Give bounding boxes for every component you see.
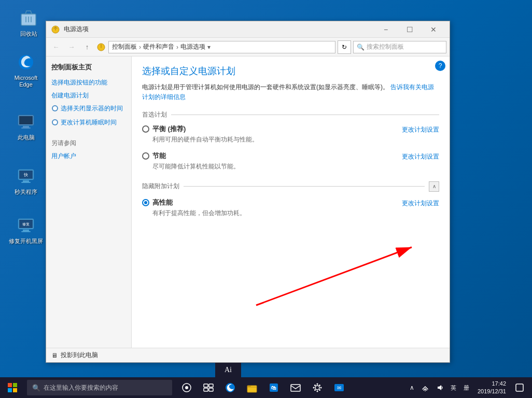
- plan-desc-balanced: 利用可用的硬件自动平衡功耗与性能。: [152, 135, 397, 144]
- svg-rect-3: [23, 126, 29, 127]
- svg-rect-2: [19, 116, 33, 124]
- plan-item-powersave: 节能 尽可能降低计算机性能以节能。 更改计划设置: [142, 151, 439, 171]
- plan-radio-row-highperf: 高性能: [142, 198, 397, 207]
- window-title: 电源选项: [64, 25, 374, 34]
- plan-item-highperf: 高性能 有利于提高性能，但会增加功耗。 更改计划设置: [142, 198, 439, 218]
- taskbar-clock[interactable]: 17:42 2019/12/31: [473, 377, 510, 398]
- program-label: 秒关程序: [15, 189, 37, 195]
- plan-name-powersave: 节能: [152, 151, 166, 161]
- content-title: 选择或自定义电源计划: [142, 65, 439, 77]
- taskbar-app-edge[interactable]: [220, 377, 241, 398]
- status-bar-text: 投影到此电脑: [61, 351, 98, 360]
- sidebar-see-also: 另请参阅 用户帐户: [51, 139, 126, 161]
- taskbar-apps: 🛍: [174, 377, 352, 398]
- taskbar-app-mail2[interactable]: ✉: [329, 377, 349, 398]
- hidden-plans-section: 隐藏附加计划 ∧ 高性能 有利于提高性能，但会增加功耗。: [142, 181, 439, 218]
- plan-link-balanced[interactable]: 更改计划设置: [402, 125, 439, 134]
- desktop-icon-recycle[interactable]: 回收站: [10, 8, 47, 37]
- recycle-icon: [18, 8, 39, 29]
- taskbar-app-taskview[interactable]: [198, 377, 219, 398]
- status-bar-icon: 🖥: [51, 352, 58, 359]
- svg-text:✉: ✉: [337, 385, 341, 391]
- plan-link-powersave[interactable]: 更改计划设置: [402, 152, 439, 161]
- taskbar-app-explorer[interactable]: [242, 377, 262, 398]
- svg-point-18: [53, 106, 57, 110]
- breadcrumb-hardware-sound: 硬件和声音: [143, 42, 174, 51]
- svg-text:🛍: 🛍: [271, 385, 276, 391]
- taskbar-app-mail[interactable]: [285, 377, 306, 398]
- taskbar-app-cortana[interactable]: [176, 377, 197, 398]
- close-button[interactable]: ✕: [422, 21, 445, 38]
- window-controls: − ☐ ✕: [374, 21, 445, 38]
- svg-point-28: [185, 386, 188, 389]
- svg-point-49: [425, 390, 426, 391]
- systray-keyboard-lang[interactable]: 英: [447, 377, 459, 398]
- search-box[interactable]: 🔍 搜索控制面板: [353, 41, 446, 53]
- breadcrumb-bar[interactable]: 控制面板 › 硬件和声音 › 电源选项 ▾: [108, 41, 335, 53]
- taskbar: 🔍 在这里输入你要搜索的内容: [0, 377, 532, 398]
- plan-link-highperf[interactable]: 更改计划设置: [402, 199, 439, 208]
- breadcrumb-dropdown[interactable]: ▾: [207, 44, 211, 51]
- systray-expand[interactable]: ∧: [407, 377, 417, 398]
- svg-text:修复: 修复: [22, 222, 30, 226]
- plan-desc-powersave: 尽可能降低计算机性能以节能。: [152, 162, 397, 171]
- plan-radio-area-powersave: 节能 尽可能降低计算机性能以节能。: [142, 151, 397, 171]
- forward-button[interactable]: →: [65, 40, 78, 54]
- notification-center[interactable]: [511, 377, 528, 398]
- see-also-title: 另请参阅: [51, 139, 126, 148]
- desktop-icon-program[interactable]: 快 秒关程序: [8, 166, 44, 195]
- svg-rect-14: [21, 231, 31, 232]
- back-button[interactable]: ←: [49, 40, 63, 54]
- preferred-plans-label: 首选计划: [142, 110, 439, 119]
- radio-balanced[interactable]: [142, 125, 149, 133]
- systray-sound[interactable]: [433, 377, 446, 398]
- breadcrumb-control-panel: 控制面板: [112, 42, 137, 51]
- svg-rect-13: [23, 230, 29, 231]
- plan-radio-row-powersave: 节能: [142, 151, 397, 161]
- svg-point-44: [319, 389, 320, 391]
- svg-rect-24: [13, 383, 17, 387]
- svg-point-42: [320, 387, 322, 389]
- minimize-button[interactable]: −: [374, 21, 398, 38]
- desktop-icon-computer[interactable]: 此电脑: [8, 111, 44, 141]
- content-description: 电源计划是用于管理计算机如何使用电源的一套硬件和系统设置(如显示器亮度、睡眠等)…: [142, 82, 439, 102]
- radio-powersave[interactable]: [142, 152, 149, 160]
- svg-rect-31: [204, 388, 208, 391]
- svg-rect-37: [291, 385, 300, 391]
- start-button[interactable]: [0, 377, 25, 398]
- help-button[interactable]: ?: [435, 61, 445, 71]
- up-button[interactable]: ↑: [80, 40, 94, 54]
- program-icon: 快: [16, 166, 36, 187]
- sidebar-link-display[interactable]: 选择关闭显示器的时间: [51, 104, 126, 115]
- sidebar-link-create-plan[interactable]: 创建电源计划: [51, 91, 126, 100]
- sidebar-link-user-account[interactable]: 用户帐户: [51, 152, 126, 161]
- maximize-button[interactable]: ☐: [398, 21, 422, 38]
- sidebar-link-sleep[interactable]: 更改计算机睡眠时间: [51, 118, 126, 129]
- taskbar-search-box[interactable]: 🔍 在这里输入你要搜索的内容: [27, 380, 172, 395]
- taskbar-app-settings[interactable]: [307, 377, 328, 398]
- collapse-button[interactable]: ∧: [429, 181, 439, 192]
- systray-network[interactable]: [418, 377, 432, 398]
- svg-point-45: [314, 389, 316, 391]
- radio-highperf[interactable]: [142, 199, 149, 206]
- svg-rect-32: [209, 388, 213, 391]
- desktop-icon-edge[interactable]: MicrosoftEdge: [8, 52, 44, 88]
- hidden-line: [184, 186, 425, 187]
- svg-rect-25: [8, 388, 12, 392]
- desktop-icon-repair[interactable]: 修复 修复开机黑屏: [8, 215, 44, 245]
- svg-rect-4: [21, 127, 31, 129]
- svg-rect-8: [23, 180, 29, 182]
- computer-icon: [16, 111, 36, 132]
- svg-rect-50: [516, 384, 523, 391]
- svg-point-39: [317, 383, 318, 385]
- sidebar-link-power-button[interactable]: 选择电源按钮的功能: [51, 78, 126, 87]
- recycle-label: 回收站: [20, 31, 37, 37]
- svg-point-41: [313, 387, 315, 389]
- systray-ime[interactable]: 册: [460, 377, 472, 398]
- breadcrumb-power-options: 电源选项: [180, 42, 205, 51]
- edge-label: MicrosoftEdge: [15, 75, 38, 88]
- refresh-button[interactable]: ↻: [338, 40, 351, 54]
- location-icon: [96, 42, 106, 52]
- power-options-window: 电源选项 − ☐ ✕ ← → ↑ 控制面板 › 硬件和声音 ›: [46, 21, 450, 363]
- taskbar-app-store[interactable]: 🛍: [263, 377, 284, 398]
